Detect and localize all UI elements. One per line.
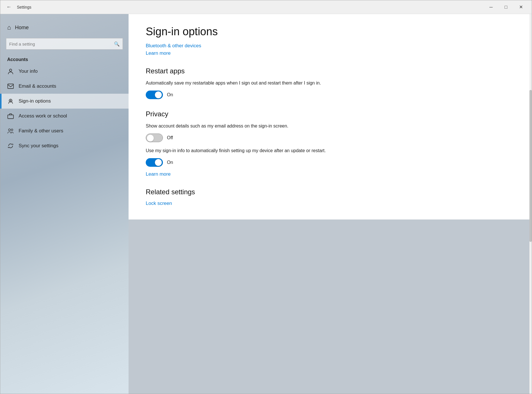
privacy-toggle1-row: Off bbox=[146, 134, 515, 142]
sidebar-item-label: Access work or school bbox=[19, 113, 67, 119]
minimize-button[interactable]: ─ bbox=[484, 0, 498, 14]
learn-more-link-2[interactable]: Learn more bbox=[146, 171, 515, 177]
restart-apps-toggle-row: On bbox=[146, 91, 515, 99]
search-box[interactable]: 🔍 bbox=[6, 38, 123, 50]
family-icon bbox=[7, 128, 14, 134]
sidebar-item-email-accounts[interactable]: Email & accounts bbox=[0, 79, 129, 94]
svg-rect-5 bbox=[8, 115, 13, 119]
sync-icon bbox=[7, 142, 14, 149]
back-button[interactable]: ← bbox=[4, 2, 14, 12]
search-icon: 🔍 bbox=[114, 41, 120, 47]
restart-apps-section: Restart apps Automatically save my resta… bbox=[146, 67, 515, 99]
related-settings-section: Related settings Lock screen bbox=[146, 188, 515, 206]
sidebar-item-access-work[interactable]: Access work or school bbox=[0, 109, 129, 124]
search-input[interactable] bbox=[9, 42, 112, 46]
privacy-section: Privacy Show account details such as my … bbox=[146, 110, 515, 177]
sidebar-item-label: Sync your settings bbox=[19, 143, 58, 149]
work-icon bbox=[7, 113, 14, 119]
toggle-knob-2 bbox=[155, 159, 162, 166]
privacy-toggle-2[interactable] bbox=[146, 158, 163, 167]
sidebar-item-label: Your info bbox=[19, 68, 38, 74]
bluetooth-devices-link[interactable]: Bluetooth & other devices bbox=[146, 43, 515, 49]
restart-apps-toggle-label: On bbox=[167, 92, 173, 97]
svg-rect-3 bbox=[8, 84, 13, 89]
restart-apps-title: Restart apps bbox=[146, 67, 515, 75]
content-area: Sign-in options Bluetooth & other device… bbox=[129, 14, 532, 219]
privacy-toggle2-row: On bbox=[146, 158, 515, 167]
titlebar-title: Settings bbox=[17, 5, 31, 9]
sidebar-item-label: Email & accounts bbox=[19, 83, 56, 89]
maximize-button[interactable]: □ bbox=[498, 0, 513, 14]
page-title: Sign-in options bbox=[146, 26, 515, 38]
lock-screen-link[interactable]: Lock screen bbox=[146, 201, 515, 206]
privacy-toggle-1[interactable] bbox=[146, 134, 163, 142]
scrollbar-track[interactable] bbox=[529, 14, 532, 394]
home-icon: ⌂ bbox=[7, 24, 11, 31]
content-wrapper: Sign-in options Bluetooth & other device… bbox=[129, 14, 532, 394]
privacy-desc-2: Use my sign-in info to automatically fin… bbox=[146, 147, 340, 154]
privacy-toggle2-label: On bbox=[167, 160, 173, 165]
titlebar: ← Settings ─ □ ✕ bbox=[0, 0, 532, 14]
sidebar-item-family-users[interactable]: Family & other users bbox=[0, 124, 129, 138]
privacy-title: Privacy bbox=[146, 110, 515, 118]
restart-apps-description: Automatically save my restartable apps w… bbox=[146, 80, 340, 87]
sign-in-icon bbox=[7, 98, 14, 105]
sidebar-item-sync-settings[interactable]: Sync your settings bbox=[0, 138, 129, 153]
window-controls: ─ □ ✕ bbox=[484, 0, 528, 14]
privacy-desc-1: Show account details such as my email ad… bbox=[146, 123, 340, 130]
sidebar-section-label: Accounts bbox=[0, 54, 129, 64]
home-label: Home bbox=[15, 25, 29, 31]
email-icon bbox=[7, 83, 14, 90]
toggle-knob bbox=[155, 91, 162, 98]
sidebar: ⌂ Home 🔍 Accounts Your info bbox=[0, 14, 129, 394]
toggle-knob-1 bbox=[147, 135, 154, 142]
sidebar-item-your-info[interactable]: Your info bbox=[0, 64, 129, 79]
svg-point-7 bbox=[11, 129, 13, 131]
related-settings-title: Related settings bbox=[146, 188, 515, 196]
privacy-toggle1-label: Off bbox=[167, 135, 173, 140]
sidebar-item-label: Family & other users bbox=[19, 128, 63, 134]
restart-apps-toggle[interactable] bbox=[146, 91, 163, 99]
svg-point-6 bbox=[9, 129, 11, 131]
sidebar-item-sign-in-options[interactable]: Sign-in options bbox=[0, 94, 129, 109]
your-info-icon bbox=[7, 68, 14, 75]
close-button[interactable]: ✕ bbox=[513, 0, 528, 14]
learn-more-link-1[interactable]: Learn more bbox=[146, 50, 515, 56]
sidebar-item-label: Sign-in options bbox=[19, 98, 51, 104]
home-nav-item[interactable]: ⌂ Home bbox=[0, 20, 129, 35]
scrollbar-thumb[interactable] bbox=[529, 90, 532, 242]
